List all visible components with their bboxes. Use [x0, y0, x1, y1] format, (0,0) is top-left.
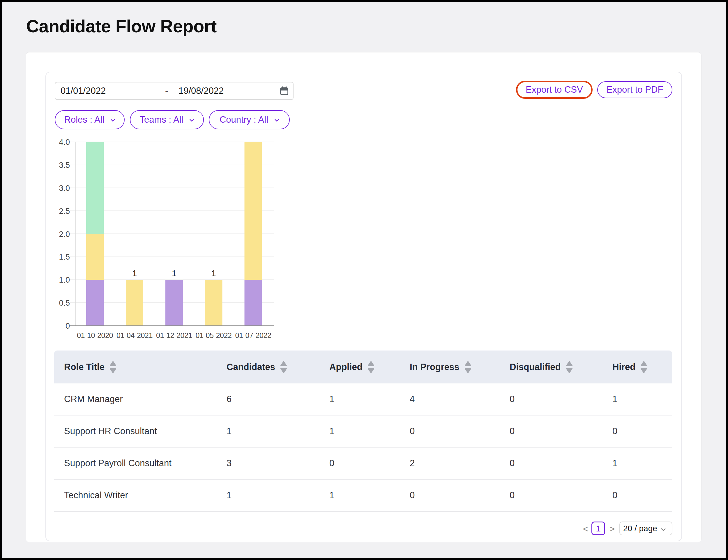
svg-text:3.0: 3.0	[59, 184, 70, 193]
svg-text:1.5: 1.5	[59, 253, 70, 261]
svg-text:1: 1	[132, 269, 137, 278]
svg-text:0.5: 0.5	[59, 299, 70, 307]
svg-text:0: 0	[66, 322, 70, 330]
svg-text:2.5: 2.5	[59, 207, 70, 216]
svg-text:01-07-2022: 01-07-2022	[235, 331, 272, 339]
svg-text:3.5: 3.5	[59, 161, 70, 170]
svg-text:2.0: 2.0	[59, 230, 70, 239]
svg-text:1.0: 1.0	[59, 276, 70, 284]
svg-text:1: 1	[211, 269, 216, 278]
svg-text:01-05-2022: 01-05-2022	[196, 331, 232, 339]
svg-text:4.0: 4.0	[59, 138, 70, 147]
svg-text:1: 1	[172, 269, 177, 278]
svg-text:01-12-2021: 01-12-2021	[156, 331, 192, 339]
svg-text:01-04-2021: 01-04-2021	[117, 331, 153, 339]
svg-text:01-10-2020: 01-10-2020	[77, 331, 113, 339]
